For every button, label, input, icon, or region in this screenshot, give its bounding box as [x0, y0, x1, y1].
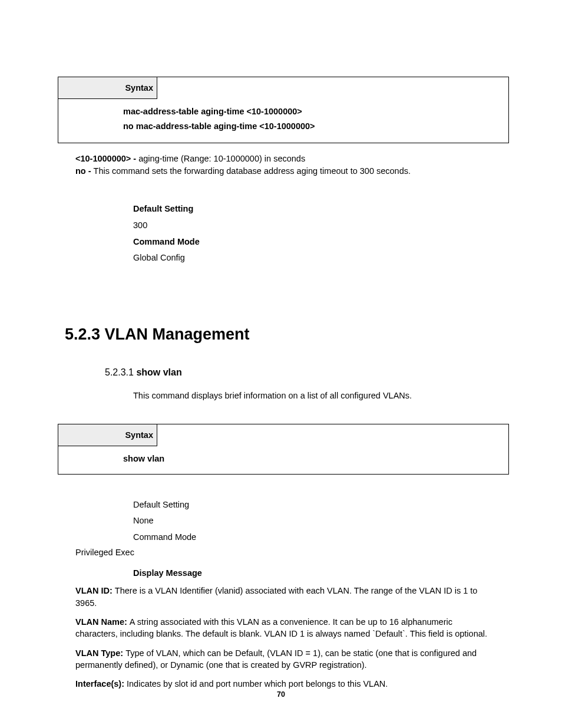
display-item: VLAN Name: A string associated with this…	[75, 616, 491, 640]
command-mode-label: Command Mode	[133, 234, 509, 251]
display-item: VLAN Type: Type of VLAN, which can be De…	[75, 647, 491, 671]
syntax-box-1: Syntax mac-address-table aging-time <10-…	[58, 77, 509, 143]
display-item: Interface(s): Indicates by slot id and p…	[75, 678, 491, 690]
display-label: VLAN ID:	[75, 586, 115, 595]
syntax-line: show vlan	[123, 452, 503, 466]
syntax-line: no mac-address-table aging-time <10-1000…	[123, 120, 503, 133]
settings-block-1: Default Setting 300 Command Mode Global …	[133, 201, 509, 266]
display-text: Type of VLAN, which can be Default, (VLA…	[75, 648, 477, 670]
subsection-description: This command displays brief information …	[133, 391, 509, 400]
section-title: VLAN Management	[105, 325, 250, 343]
settings-block-2: Default Setting None Command Mode	[133, 497, 509, 546]
default-setting-value: 300	[133, 218, 509, 234]
syntax-body-1: mac-address-table aging-time <10-1000000…	[58, 99, 508, 143]
section-number: 5.2.3	[65, 325, 105, 343]
display-item: VLAN ID: There is a VLAN Identifier (vla…	[75, 585, 491, 609]
param-text: aging-time (Range: 10-1000000) in second…	[138, 154, 305, 163]
display-label: VLAN Type:	[75, 648, 125, 658]
default-setting-label: Default Setting	[133, 201, 509, 218]
page-number: 70	[0, 690, 562, 699]
display-text: A string associated with this VLAN as a …	[75, 617, 487, 638]
section-heading: 5.2.3 VLAN Management	[65, 325, 509, 344]
syntax-line: mac-address-table aging-time <10-1000000…	[123, 105, 503, 118]
syntax-header-2: Syntax	[58, 424, 157, 446]
display-message-label: Display Message	[133, 568, 509, 578]
display-label: Interface(s):	[75, 679, 127, 689]
subsection-title: show vlan	[136, 367, 181, 377]
command-mode-value: Global Config	[133, 250, 509, 266]
document-page: Syntax mac-address-table aging-time <10-…	[0, 0, 562, 690]
display-text: Indicates by slot id and port number whi…	[127, 679, 388, 689]
default-setting-label: Default Setting	[133, 497, 509, 513]
param-row: no - This command sets the forwarding da…	[75, 165, 509, 177]
syntax-header-1: Syntax	[58, 77, 157, 99]
display-text: There is a VLAN Identifier (vlanid) asso…	[75, 586, 477, 607]
syntax-body-2: show vlan	[58, 446, 508, 474]
param-label: no -	[75, 166, 94, 176]
syntax-box-2: Syntax show vlan	[58, 424, 509, 475]
command-mode-value: Privileged Exec	[75, 546, 509, 559]
parameter-block: <10-1000000> - aging-time (Range: 10-100…	[75, 153, 509, 177]
param-label: <10-1000000> -	[75, 154, 138, 163]
default-setting-value: None	[133, 513, 509, 529]
display-label: VLAN Name:	[75, 617, 130, 627]
param-text: This command sets the forwarding databas…	[94, 166, 411, 176]
subsection-number: 5.2.3.1	[105, 367, 136, 377]
param-row: <10-1000000> - aging-time (Range: 10-100…	[75, 153, 509, 165]
subsection-heading: 5.2.3.1 show vlan	[105, 367, 509, 378]
command-mode-label: Command Mode	[133, 529, 509, 546]
